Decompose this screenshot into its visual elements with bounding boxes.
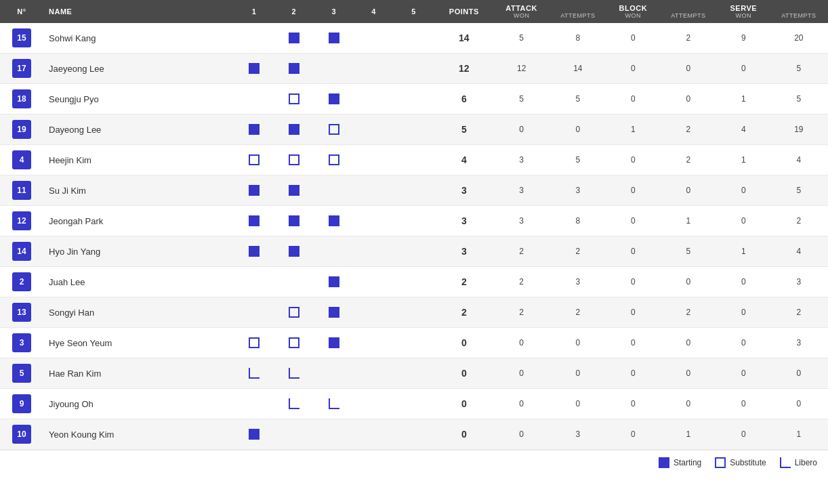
set-empty-icon <box>409 429 419 440</box>
serve-attempts-cell: 5 <box>770 84 828 114</box>
serve-won-cell: 0 <box>718 389 770 419</box>
header-set2: 2 <box>274 0 314 23</box>
set-empty-icon <box>369 33 379 43</box>
attack-attempts-cell: 14 <box>549 54 607 84</box>
number-badge: 9 <box>12 394 31 413</box>
set-empty-icon <box>369 215 379 226</box>
serve-won-cell: 0 <box>718 175 770 206</box>
set-cell <box>274 297 314 328</box>
serve-won-cell: 1 <box>718 236 770 267</box>
block-attempts-cell: 0 <box>659 358 718 389</box>
points-cell: 12 <box>434 54 495 84</box>
set-cell <box>354 84 394 114</box>
header-attack-won: ATTACKWON <box>495 0 549 23</box>
attack-attempts-cell: 5 <box>549 84 607 114</box>
set-libero-icon <box>289 368 299 379</box>
block-attempts-cell: 0 <box>659 175 718 206</box>
set-cell <box>274 419 314 450</box>
set-cell <box>354 206 394 236</box>
set-substitute-icon <box>289 93 299 104</box>
legend-starting-label: Starting <box>674 458 701 467</box>
set-cell <box>394 297 434 328</box>
set-cell <box>234 23 274 54</box>
player-number-cell: 18 <box>0 84 43 114</box>
set-cell <box>394 419 434 450</box>
set-empty-icon <box>289 429 299 440</box>
set-empty-icon <box>409 215 419 226</box>
player-name-cell: Heejin Kim <box>43 145 234 175</box>
serve-won-cell: 0 <box>718 328 770 358</box>
header-no: N° <box>0 0 43 23</box>
set-cell <box>274 267 314 297</box>
set-starting-icon <box>249 215 260 226</box>
attack-attempts-cell: 3 <box>549 267 607 297</box>
block-won-cell: 0 <box>607 236 659 267</box>
legend-bar: Starting Substitute Libero <box>0 450 828 475</box>
set-cell <box>234 419 274 450</box>
set-cell <box>354 236 394 267</box>
attack-won-cell: 0 <box>495 389 549 419</box>
table-row: 13 Songyi Han 2 2 2 0 2 0 2 <box>0 297 828 328</box>
set-cell <box>314 389 354 419</box>
set-starting-icon <box>329 276 339 287</box>
serve-won-cell: 0 <box>718 267 770 297</box>
player-number-cell: 11 <box>0 175 43 206</box>
block-attempts-cell: 5 <box>659 236 718 267</box>
set-empty-icon <box>289 276 299 287</box>
set-cell <box>274 114 314 145</box>
player-number-cell: 9 <box>0 389 43 419</box>
legend-libero: Libero <box>780 457 817 468</box>
set-cell <box>234 206 274 236</box>
attack-attempts-cell: 0 <box>549 114 607 145</box>
player-name-cell: Hyo Jin Yang <box>43 236 234 267</box>
table-row: 9 Jiyoung Oh 0 0 0 0 0 0 0 <box>0 389 828 419</box>
legend-starting: Starting <box>659 457 701 468</box>
serve-won-cell: 1 <box>718 145 770 175</box>
serve-attempts-cell: 4 <box>770 236 828 267</box>
table-row: 14 Hyo Jin Yang 3 2 2 0 5 1 4 <box>0 236 828 267</box>
attack-won-cell: 3 <box>495 206 549 236</box>
attack-attempts-cell: 5 <box>549 145 607 175</box>
set-empty-icon <box>409 154 419 165</box>
table-row: 10 Yeon Koung Kim 0 0 3 0 1 0 1 <box>0 419 828 450</box>
set-cell <box>274 328 314 358</box>
header-set3: 3 <box>314 0 354 23</box>
attack-attempts-cell: 0 <box>549 389 607 419</box>
substitute-icon <box>715 457 726 468</box>
libero-icon <box>780 457 791 468</box>
block-won-cell: 0 <box>607 419 659 450</box>
set-cell <box>394 389 434 419</box>
header-set1: 1 <box>234 0 274 23</box>
player-name-cell: Jeongah Park <box>43 206 234 236</box>
set-cell <box>234 114 274 145</box>
set-cell <box>394 84 434 114</box>
serve-won-cell: 0 <box>718 54 770 84</box>
set-starting-icon <box>249 246 260 257</box>
player-name-cell: Yeon Koung Kim <box>43 419 234 450</box>
set-starting-icon <box>329 337 339 348</box>
number-badge: 17 <box>12 59 31 78</box>
player-name-cell: Su Ji Kim <box>43 175 234 206</box>
set-cell <box>314 23 354 54</box>
set-empty-icon <box>409 246 419 257</box>
header-name: NAME <box>43 0 234 23</box>
block-won-cell: 0 <box>607 389 659 419</box>
set-cell <box>354 54 394 84</box>
serve-attempts-cell: 20 <box>770 23 828 54</box>
player-number-cell: 15 <box>0 23 43 54</box>
set-cell <box>234 145 274 175</box>
player-number-cell: 12 <box>0 206 43 236</box>
number-badge: 2 <box>12 272 31 291</box>
set-cell <box>354 358 394 389</box>
set-empty-icon <box>329 368 339 379</box>
table-row: 5 Hae Ran Kim 0 0 0 0 0 0 0 <box>0 358 828 389</box>
serve-won-cell: 0 <box>718 358 770 389</box>
set-substitute-icon <box>329 154 339 165</box>
set-cell <box>234 175 274 206</box>
serve-attempts-cell: 19 <box>770 114 828 145</box>
block-won-cell: 0 <box>607 145 659 175</box>
serve-attempts-cell: 0 <box>770 389 828 419</box>
player-number-cell: 13 <box>0 297 43 328</box>
player-number-cell: 10 <box>0 419 43 450</box>
points-cell: 0 <box>434 389 495 419</box>
